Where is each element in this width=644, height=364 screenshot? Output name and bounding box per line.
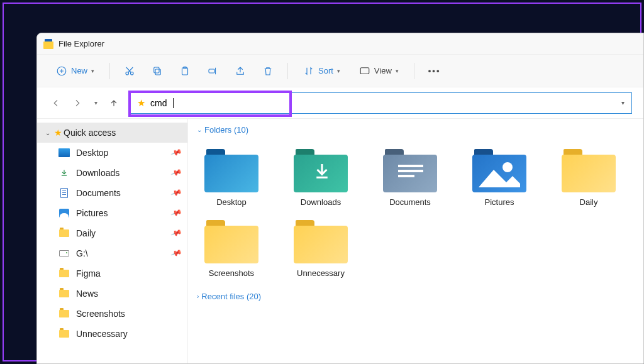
sidebar-item-label: Daily bbox=[76, 228, 165, 238]
sidebar-item[interactable]: Documents📌 bbox=[37, 183, 187, 203]
sidebar-item-label: News bbox=[76, 289, 181, 299]
sidebar: ⌄ ★ Quick access Desktop📌Downloads📌Docum… bbox=[37, 119, 188, 363]
sidebar-item[interactable]: Daily📌 bbox=[37, 223, 187, 243]
nav-row: ▾ ★ cmd ▾ bbox=[37, 87, 643, 119]
quick-access-label: Quick access bbox=[64, 128, 181, 138]
svg-rect-11 bbox=[398, 175, 414, 177]
sidebar-item[interactable]: News bbox=[37, 284, 187, 304]
chevron-down-icon: ⌄ bbox=[197, 126, 202, 133]
chevron-down-icon: ▾ bbox=[396, 68, 399, 74]
folder-icon bbox=[294, 147, 348, 192]
forward-button[interactable] bbox=[69, 94, 86, 112]
pin-icon: 📌 bbox=[170, 146, 183, 158]
back-button[interactable] bbox=[47, 94, 65, 112]
star-icon: ★ bbox=[137, 97, 145, 109]
folder-item[interactable]: Unnecessary bbox=[286, 218, 355, 278]
svg-rect-9 bbox=[398, 165, 423, 167]
address-input-text: cmd bbox=[150, 98, 167, 108]
folder-name: Pictures bbox=[485, 197, 514, 207]
new-label: New bbox=[71, 66, 87, 75]
text-cursor bbox=[173, 98, 174, 108]
toolbar: New ▾ Sort ▾ View ▾ bbox=[37, 55, 643, 87]
sidebar-item-label: Unnecessary bbox=[76, 329, 181, 339]
new-button[interactable]: New ▾ bbox=[50, 62, 101, 80]
folder-item[interactable]: Pictures bbox=[465, 147, 534, 207]
share-button[interactable] bbox=[230, 62, 251, 80]
folders-section-label: Folders (10) bbox=[204, 125, 248, 135]
sidebar-item[interactable]: Pictures📌 bbox=[37, 203, 187, 223]
svg-rect-8 bbox=[360, 67, 369, 74]
window-title: File Explorer bbox=[58, 39, 104, 48]
up-button[interactable] bbox=[105, 94, 123, 112]
chevron-down-icon: ⌄ bbox=[43, 130, 52, 136]
pin-icon: 📌 bbox=[170, 187, 183, 199]
file-explorer-icon bbox=[43, 39, 53, 49]
svg-point-12 bbox=[502, 162, 513, 172]
sidebar-quick-access[interactable]: ⌄ ★ Quick access bbox=[37, 123, 187, 143]
svg-rect-3 bbox=[155, 69, 160, 75]
sidebar-item[interactable]: Unnecessary bbox=[37, 324, 187, 344]
cut-button[interactable] bbox=[119, 62, 140, 80]
folder-icon bbox=[294, 218, 348, 263]
doc-icon bbox=[58, 187, 70, 199]
sidebar-item[interactable]: G:\📌 bbox=[37, 243, 187, 263]
folder-item[interactable]: Screenshots bbox=[197, 218, 266, 278]
sidebar-item-label: Downloads bbox=[76, 168, 165, 178]
folder-icon bbox=[472, 147, 526, 192]
view-button[interactable]: View ▾ bbox=[353, 62, 405, 80]
folder-icon bbox=[204, 218, 258, 263]
folder-icon bbox=[562, 147, 616, 192]
sidebar-item-label: Figma bbox=[76, 268, 181, 279]
titlebar[interactable]: File Explorer bbox=[37, 33, 643, 55]
sidebar-item-label: Pictures bbox=[76, 208, 165, 218]
folder-icon bbox=[58, 288, 70, 299]
sidebar-item[interactable]: Screenshots bbox=[37, 304, 187, 324]
drive-icon bbox=[58, 248, 70, 259]
folder-name: Desktop bbox=[216, 197, 247, 207]
download-icon bbox=[58, 167, 70, 179]
sort-button[interactable]: Sort ▾ bbox=[297, 62, 347, 80]
folder-icon bbox=[58, 268, 70, 279]
folder-name: Daily bbox=[580, 197, 598, 207]
chevron-right-icon: › bbox=[197, 293, 199, 300]
delete-button[interactable] bbox=[257, 62, 279, 80]
svg-rect-10 bbox=[398, 170, 423, 172]
more-button[interactable]: ••• bbox=[423, 62, 446, 79]
pin-icon: 📌 bbox=[170, 247, 183, 259]
sidebar-item[interactable]: Downloads📌 bbox=[37, 163, 187, 183]
folder-icon bbox=[58, 308, 70, 319]
rename-button[interactable] bbox=[202, 62, 223, 80]
folder-icon bbox=[383, 147, 437, 192]
address-bar[interactable]: ★ cmd ▾ bbox=[130, 92, 632, 114]
svg-rect-4 bbox=[154, 67, 159, 73]
recent-section-toggle[interactable]: › Recent files (20) bbox=[197, 292, 635, 301]
folder-icon bbox=[58, 228, 70, 239]
paste-button[interactable] bbox=[174, 62, 196, 80]
folder-item[interactable]: Daily bbox=[554, 147, 623, 207]
folder-grid: DesktopDownloadsDocumentsPicturesDailySc… bbox=[197, 147, 635, 278]
pin-icon: 📌 bbox=[170, 207, 183, 219]
folders-section-toggle[interactable]: ⌄ Folders (10) bbox=[197, 125, 635, 135]
sort-label: Sort bbox=[318, 66, 333, 75]
content-pane: ⌄ Folders (10) DesktopDownloadsDocuments… bbox=[188, 119, 643, 363]
sidebar-item-label: Documents bbox=[76, 188, 165, 198]
view-label: View bbox=[374, 66, 392, 75]
address-dropdown-button[interactable]: ▾ bbox=[614, 99, 631, 106]
sidebar-item-label: Desktop bbox=[76, 148, 165, 158]
svg-rect-7 bbox=[209, 69, 214, 73]
chevron-down-icon: ▾ bbox=[337, 68, 340, 74]
sidebar-item-label: Screenshots bbox=[76, 309, 181, 319]
sidebar-item[interactable]: Desktop📌 bbox=[37, 143, 187, 163]
folder-item[interactable]: Documents bbox=[375, 147, 445, 207]
recent-locations-button[interactable]: ▾ bbox=[90, 94, 101, 112]
chevron-down-icon: ▾ bbox=[91, 68, 94, 74]
folder-item[interactable]: Downloads bbox=[286, 147, 355, 207]
folder-item[interactable]: Desktop bbox=[197, 147, 266, 207]
copy-button[interactable] bbox=[147, 62, 168, 80]
sidebar-item[interactable]: Figma bbox=[37, 263, 187, 284]
folder-name: Screenshots bbox=[209, 268, 254, 278]
folder-icon bbox=[204, 147, 258, 192]
recent-section-label: Recent files (20) bbox=[201, 292, 261, 301]
file-explorer-window: File Explorer New ▾ Sort bbox=[36, 33, 644, 364]
folder-name: Unnecessary bbox=[297, 268, 345, 278]
